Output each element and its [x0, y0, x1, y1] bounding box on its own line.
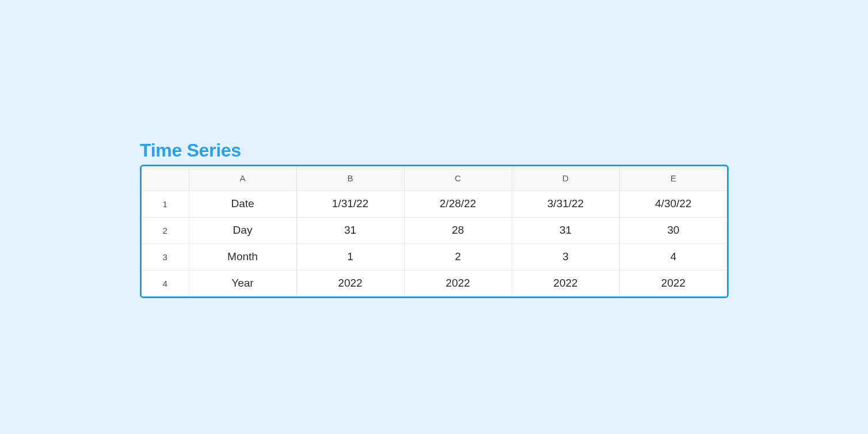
cell: Year — [189, 270, 296, 296]
cell: 28 — [404, 217, 512, 243]
table-row: 3 Month 1 2 3 4 — [142, 243, 727, 270]
cell: 31 — [296, 217, 404, 243]
cell: 30 — [619, 217, 727, 243]
cell: Date — [189, 191, 296, 217]
col-header-a: A — [189, 166, 296, 191]
cell: 4/30/22 — [619, 191, 727, 217]
sheet-container: Time Series A B C D E — [140, 140, 729, 298]
table-row: 4 Year 2022 2022 2022 2022 — [142, 270, 727, 296]
cell: Day — [189, 217, 296, 243]
col-header-d: D — [512, 166, 619, 191]
spreadsheet: A B C D E 1 Date 1/31/22 2/28/22 3/31/22… — [140, 165, 729, 298]
cell: 4 — [619, 243, 727, 270]
cell: 2022 — [512, 270, 619, 296]
cell: 3/31/22 — [512, 191, 619, 217]
col-header-e: E — [619, 166, 727, 191]
cell: 1/31/22 — [296, 191, 404, 217]
cell: 2022 — [404, 270, 512, 296]
row-header: 4 — [142, 270, 189, 296]
col-header-b: B — [296, 166, 404, 191]
row-header: 3 — [142, 243, 189, 270]
cell: 2 — [404, 243, 512, 270]
cell: 2/28/22 — [404, 191, 512, 217]
grid-table: A B C D E 1 Date 1/31/22 2/28/22 3/31/22… — [142, 166, 727, 296]
table-row: 1 Date 1/31/22 2/28/22 3/31/22 4/30/22 — [142, 191, 727, 217]
page-title: Time Series — [140, 140, 729, 161]
cell: 2022 — [296, 270, 404, 296]
cell: Month — [189, 243, 296, 270]
cell: 3 — [512, 243, 619, 270]
cell: 31 — [512, 217, 619, 243]
table-row: 2 Day 31 28 31 30 — [142, 217, 727, 243]
row-header: 2 — [142, 217, 189, 243]
corner-cell — [142, 166, 189, 191]
cell: 2022 — [619, 270, 727, 296]
row-header: 1 — [142, 191, 189, 217]
cell: 1 — [296, 243, 404, 270]
col-header-c: C — [404, 166, 512, 191]
column-header-row: A B C D E — [142, 166, 727, 191]
